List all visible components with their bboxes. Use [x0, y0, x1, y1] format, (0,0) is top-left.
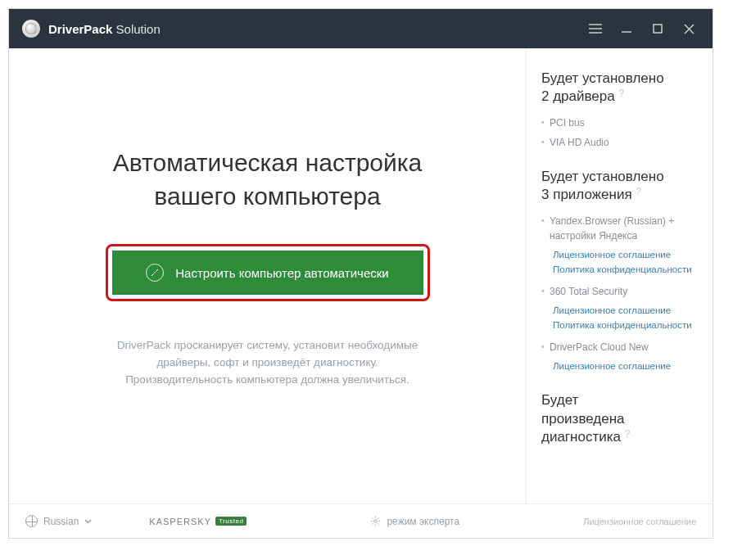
- sidebar: Будет установлено 2 драйвера ? PCI bus V…: [526, 48, 713, 504]
- list-item: PCI bus: [541, 115, 699, 130]
- minimize-button[interactable]: [611, 9, 642, 48]
- desc-line2: драйверы, софт и произведёт диагностику.: [156, 356, 378, 368]
- app-logo-group: DriverPack Solution: [22, 20, 161, 38]
- window-body: Автоматическая настройка вашего компьюте…: [9, 48, 713, 504]
- diag-l1: Будет: [541, 392, 578, 408]
- footer-license-link[interactable]: Лицензионное соглашение: [583, 517, 696, 526]
- maximize-icon: [653, 24, 663, 34]
- close-button[interactable]: [673, 9, 704, 48]
- close-icon: [684, 24, 695, 34]
- diag-l2: произведена: [541, 411, 625, 427]
- diag-l3: диагностика: [541, 429, 621, 445]
- list-item: DriverPack Cloud New: [541, 340, 699, 355]
- app-title-thin: Solution: [116, 22, 161, 36]
- drivers-list: PCI bus VIA HD Audio: [541, 115, 699, 150]
- desc-line3: Производительность компьютера должна уве…: [125, 373, 409, 386]
- license-link[interactable]: Лицензионное соглашение: [541, 359, 699, 374]
- drivers-heading-l1: Будет установлено: [541, 70, 664, 86]
- cta-label: Настроить компьютер автоматически: [175, 266, 388, 280]
- privacy-link[interactable]: Политика конфиденциальности: [541, 318, 699, 333]
- sidebar-diagnostics-heading: Будет произведена диагностика ?: [541, 391, 699, 445]
- app-title-bold: DriverPack: [48, 22, 112, 36]
- privacy-link[interactable]: Политика конфиденциальности: [541, 263, 699, 278]
- cta-highlight-frame: Настроить компьютер автоматически: [106, 244, 430, 301]
- svg-rect-4: [654, 25, 662, 33]
- hamburger-icon: [589, 24, 602, 34]
- main-headline: Автоматическая настройка вашего компьюте…: [113, 147, 422, 213]
- apps-heading-l2: 3 приложения: [541, 187, 632, 202]
- main-description: DriverPack просканирует систему, установ…: [117, 337, 418, 389]
- app-logo-icon: [22, 20, 40, 38]
- list-item: 360 Total Security: [541, 284, 699, 299]
- minimize-icon: [621, 23, 632, 34]
- language-label: Russian: [43, 516, 79, 527]
- compass-icon: [146, 264, 164, 282]
- globe-icon: [25, 515, 38, 527]
- svg-point-7: [374, 520, 378, 523]
- list-item: Yandex.Browser (Russian) + настройки Янд…: [541, 214, 699, 243]
- app-title: DriverPack Solution: [48, 22, 161, 36]
- kaspersky-badge: KASPERSKY Trusted: [149, 517, 247, 526]
- app-window: DriverPack Solution: [8, 8, 713, 539]
- sidebar-drivers-heading: Будет установлено 2 драйвера ?: [541, 70, 699, 106]
- menu-button[interactable]: [580, 9, 611, 48]
- gear-icon: [370, 516, 381, 526]
- apps-heading-l1: Будет установлено: [541, 169, 664, 184]
- kaspersky-text: KASPERSKY: [149, 517, 211, 526]
- main-area: Автоматическая настройка вашего компьюте…: [9, 48, 526, 504]
- help-icon[interactable]: ?: [618, 88, 624, 99]
- desc-line1: DriverPack просканирует систему, установ…: [117, 339, 418, 351]
- expert-mode-label: режим эксперта: [387, 516, 459, 527]
- trusted-badge: Trusted: [215, 517, 247, 526]
- chevron-down-icon: [84, 519, 92, 524]
- list-item: VIA HD Audio: [541, 135, 699, 150]
- maximize-button[interactable]: [642, 9, 673, 48]
- apps-list: Yandex.Browser (Russian) + настройки Янд…: [541, 214, 699, 373]
- auto-configure-button[interactable]: Настроить компьютер автоматически: [112, 251, 423, 295]
- drivers-heading-l2: 2 драйвера: [541, 88, 615, 104]
- footer: Russian KASPERSKY Trusted режим эксперта…: [9, 504, 713, 538]
- headline-line1: Автоматическая настройка: [113, 149, 422, 176]
- help-icon[interactable]: ?: [625, 428, 631, 440]
- help-icon[interactable]: ?: [636, 186, 641, 197]
- sidebar-apps-heading: Будет установлено 3 приложения ?: [541, 168, 699, 204]
- titlebar: DriverPack Solution: [9, 9, 713, 48]
- expert-mode-button[interactable]: режим эксперта: [370, 516, 459, 527]
- language-selector[interactable]: Russian: [25, 515, 92, 527]
- headline-line2: вашего компьютера: [154, 183, 380, 210]
- license-link[interactable]: Лицензионное соглашение: [541, 248, 699, 263]
- license-link[interactable]: Лицензионное соглашение: [541, 304, 699, 318]
